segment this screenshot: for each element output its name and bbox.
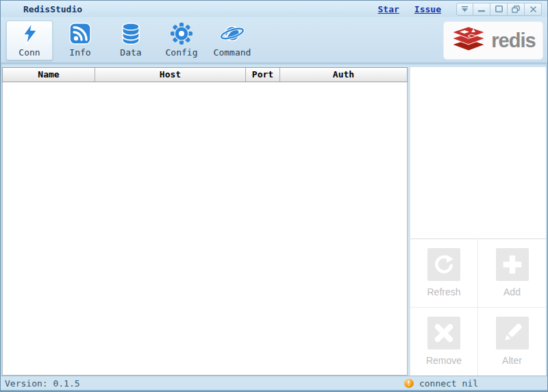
minimize-icon xyxy=(478,6,485,12)
redis-logo: redis xyxy=(443,21,543,60)
action-button-grid: Refresh Add Remo xyxy=(410,239,546,376)
toolbar: Conn Info Data xyxy=(1,17,547,64)
chevron-down-icon xyxy=(461,6,469,12)
planet-icon xyxy=(219,21,245,46)
tab-conn[interactable]: Conn xyxy=(6,21,53,60)
refresh-icon xyxy=(427,248,460,281)
x-icon xyxy=(427,317,460,350)
database-icon xyxy=(120,21,142,46)
column-header-host[interactable]: Host xyxy=(95,68,246,82)
connection-status: ! connect nil xyxy=(404,378,478,389)
rss-icon xyxy=(69,21,91,46)
connection-status-text: connect nil xyxy=(419,378,478,389)
window-controls xyxy=(456,3,542,16)
title-links: Star Issue xyxy=(378,4,456,14)
refresh-button[interactable]: Refresh xyxy=(410,239,478,308)
column-header-auth[interactable]: Auth xyxy=(280,68,407,82)
version-text: Version: 0.1.5 xyxy=(5,378,80,389)
column-header-name[interactable]: Name xyxy=(3,68,95,82)
connection-table: Name Host Port Auth xyxy=(2,67,408,376)
add-label: Add xyxy=(503,286,521,297)
remove-label: Remove xyxy=(426,355,462,366)
restore-icon xyxy=(512,5,520,13)
plus-icon xyxy=(496,248,529,281)
redis-cube-icon xyxy=(451,25,486,56)
alter-label: Alter xyxy=(502,355,522,366)
maximize-icon xyxy=(495,5,503,12)
table-body-empty[interactable] xyxy=(2,82,408,376)
close-icon xyxy=(530,6,536,12)
skin-menu-button[interactable] xyxy=(456,3,473,16)
tab-command-label: Command xyxy=(214,47,251,58)
tab-conn-label: Conn xyxy=(18,47,40,58)
add-button[interactable]: Add xyxy=(478,239,546,308)
panel-detail-area xyxy=(410,67,546,239)
minimize-button[interactable] xyxy=(473,3,490,16)
status-bar: Version: 0.1.5 ! connect nil xyxy=(1,376,547,390)
column-header-port[interactable]: Port xyxy=(246,68,280,82)
redis-logo-text: redis xyxy=(491,29,535,52)
refresh-label: Refresh xyxy=(427,286,460,297)
pencil-icon xyxy=(496,317,529,350)
tab-data[interactable]: Data xyxy=(108,21,154,60)
side-panel: Refresh Add Remo xyxy=(410,67,546,376)
maximize-button[interactable] xyxy=(490,3,508,16)
tab-info[interactable]: Info xyxy=(57,21,103,60)
warning-icon: ! xyxy=(404,379,414,388)
app-window: RedisStudio Star Issue xyxy=(0,0,548,392)
restore-button[interactable] xyxy=(508,3,525,16)
tab-info-label: Info xyxy=(69,47,90,58)
tab-config[interactable]: Config xyxy=(158,21,205,60)
tab-command[interactable]: Command xyxy=(209,21,256,60)
tab-data-label: Data xyxy=(120,47,141,58)
star-link[interactable]: Star xyxy=(378,4,399,14)
tab-config-label: Config xyxy=(166,47,198,58)
table-header-row: Name Host Port Auth xyxy=(2,67,408,82)
alter-button[interactable]: Alter xyxy=(478,308,546,376)
gear-icon xyxy=(170,21,193,46)
remove-button[interactable]: Remove xyxy=(410,308,478,376)
lightning-icon xyxy=(19,21,40,46)
main-area: Name Host Port Auth Refresh xyxy=(1,64,547,376)
window-title: RedisStudio xyxy=(23,4,82,14)
title-bar: RedisStudio Star Issue xyxy=(1,1,547,17)
issue-link[interactable]: Issue xyxy=(414,4,441,14)
close-button[interactable] xyxy=(525,3,542,16)
